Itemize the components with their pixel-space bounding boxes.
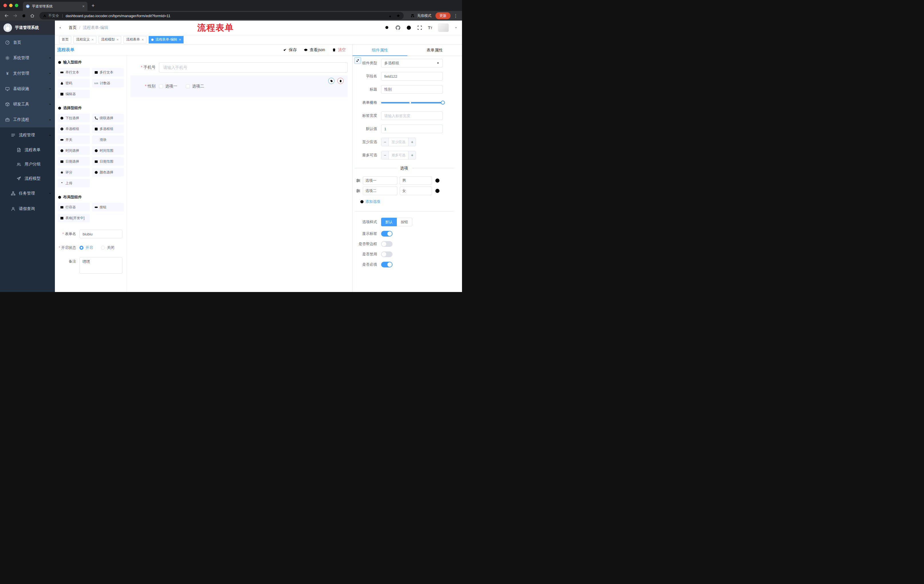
home-icon[interactable] bbox=[29, 12, 36, 20]
palette-item-table[interactable]: 表格[开发中] bbox=[58, 214, 90, 222]
title-input[interactable] bbox=[381, 85, 443, 94]
palette-item-switch[interactable]: 开关 bbox=[58, 135, 90, 144]
view-json-button[interactable]: 查看json bbox=[304, 48, 325, 53]
new-tab-button[interactable]: + bbox=[91, 3, 95, 8]
palette-item-rate[interactable]: 评分 bbox=[58, 168, 90, 176]
palette-item-slider[interactable]: 滑块 bbox=[92, 135, 124, 144]
phone-field[interactable]: 手机号 bbox=[130, 62, 348, 72]
required-switch[interactable] bbox=[381, 262, 393, 267]
drag-handle-icon[interactable] bbox=[356, 178, 361, 183]
search-icon[interactable] bbox=[384, 25, 390, 30]
phone-input[interactable] bbox=[159, 62, 348, 72]
logo[interactable]: 芋道管理系统 bbox=[0, 21, 55, 35]
window-close-button[interactable] bbox=[3, 4, 7, 7]
close-icon[interactable]: × bbox=[142, 38, 144, 42]
border-switch[interactable] bbox=[381, 241, 393, 247]
close-icon[interactable]: × bbox=[117, 38, 119, 42]
plus-button[interactable]: + bbox=[408, 138, 416, 146]
component-type-select[interactable]: 多选框组 bbox=[381, 59, 443, 67]
github-icon[interactable] bbox=[395, 25, 401, 30]
option-value-input[interactable] bbox=[400, 187, 432, 195]
default-value-input[interactable] bbox=[381, 125, 443, 133]
collapse-sidebar-icon[interactable] bbox=[59, 25, 64, 30]
minus-button[interactable]: − bbox=[381, 151, 389, 159]
checkbox-option-1[interactable]: 选项一 bbox=[159, 84, 177, 89]
sidebar-item-leave-query[interactable]: 请假查询 bbox=[0, 201, 55, 217]
palette-item-cascader[interactable]: 级联选择 bbox=[92, 114, 124, 122]
sidebar-item-workflow[interactable]: 工作流程 bbox=[0, 112, 55, 127]
plus-button[interactable]: + bbox=[408, 151, 416, 159]
delete-widget-button[interactable] bbox=[337, 78, 344, 84]
palette-item-checkbox-group[interactable]: 多选框组 bbox=[92, 125, 124, 133]
radio-open[interactable]: 开启 bbox=[79, 245, 93, 250]
sidebar-item-payment[interactable]: ¥ 支付管理 bbox=[0, 66, 55, 81]
link-button[interactable] bbox=[354, 57, 361, 64]
sidebar-item-infra[interactable]: 基础设施 bbox=[0, 81, 55, 97]
palette-item-time-range[interactable]: 时间范围 bbox=[92, 146, 124, 155]
remove-option-icon[interactable] bbox=[435, 188, 440, 193]
breadcrumb-home[interactable]: 首页 bbox=[69, 25, 77, 30]
palette-item-time-picker[interactable]: 时间选择 bbox=[58, 146, 90, 155]
grid-slider[interactable] bbox=[381, 98, 443, 107]
tab-component-props[interactable]: 组件属性 bbox=[353, 44, 408, 56]
sidebar-item-home[interactable]: 首页 bbox=[0, 35, 55, 50]
avatar-caret-icon[interactable] bbox=[455, 26, 457, 29]
checkbox-option-2[interactable]: 选项二 bbox=[186, 84, 204, 89]
back-icon[interactable] bbox=[3, 12, 10, 20]
radio-closed[interactable]: 关闭 bbox=[101, 245, 114, 250]
palette-item-color-picker[interactable]: 颜色选择 bbox=[92, 168, 124, 176]
drag-handle-icon[interactable] bbox=[356, 189, 361, 193]
palette-item-date-picker[interactable]: 日期选择 bbox=[58, 157, 90, 166]
tag-process-model[interactable]: 流程模型 × bbox=[99, 36, 122, 43]
form-remark-input[interactable]: 嘿嘿 bbox=[79, 257, 122, 274]
checkbox-box[interactable] bbox=[186, 84, 190, 88]
slider-track[interactable] bbox=[381, 102, 443, 104]
show-label-switch[interactable] bbox=[381, 231, 393, 237]
checkbox-box[interactable] bbox=[159, 84, 163, 88]
sidebar-item-process-form[interactable]: 流程表单 bbox=[0, 143, 55, 157]
bookmark-star-icon[interactable] bbox=[396, 14, 400, 18]
label-width-input[interactable] bbox=[381, 112, 443, 120]
tag-process-definition[interactable]: 流程定义 × bbox=[73, 36, 96, 43]
palette-item-multi-text[interactable]: 多行文本 bbox=[92, 68, 124, 77]
disabled-switch[interactable] bbox=[381, 252, 393, 257]
remove-option-icon[interactable] bbox=[435, 178, 440, 183]
font-size-icon[interactable]: TT bbox=[428, 25, 432, 30]
palette-item-date-range[interactable]: 日期范围 bbox=[92, 157, 124, 166]
forward-icon[interactable] bbox=[12, 12, 19, 20]
sidebar-item-system[interactable]: 系统管理 bbox=[0, 50, 55, 66]
sidebar-item-process-mgmt[interactable]: 流程管理 bbox=[0, 127, 55, 143]
key-icon[interactable] bbox=[389, 14, 393, 18]
palette-item-radio-group[interactable]: 单选框组 bbox=[58, 125, 90, 133]
option-label-input[interactable] bbox=[363, 176, 398, 185]
option-label-input[interactable] bbox=[363, 187, 398, 195]
palette-item-upload[interactable]: 上传 bbox=[58, 179, 90, 188]
style-default-button[interactable]: 默认 bbox=[381, 218, 397, 226]
palette-item-editor[interactable]: 编辑器 bbox=[58, 90, 90, 98]
min-select-value[interactable]: 至少应选 bbox=[389, 138, 408, 146]
gender-widget-selected[interactable]: 性别 选项一 选项二 bbox=[130, 76, 348, 97]
window-minimize-button[interactable] bbox=[9, 4, 13, 7]
help-icon[interactable] bbox=[406, 25, 411, 30]
style-button-button[interactable]: 按钮 bbox=[397, 218, 412, 226]
sidebar-item-devtools[interactable]: 研发工具 bbox=[0, 97, 55, 112]
minus-button[interactable]: − bbox=[381, 138, 389, 146]
palette-item-password[interactable]: 密码 bbox=[58, 79, 90, 87]
sidebar-item-user-group[interactable]: 用户分组 bbox=[0, 157, 55, 171]
copy-widget-button[interactable] bbox=[328, 78, 335, 84]
close-icon[interactable]: × bbox=[91, 38, 94, 42]
save-button[interactable]: 保存 bbox=[283, 48, 297, 53]
reload-icon[interactable] bbox=[20, 12, 28, 20]
field-name-input[interactable] bbox=[381, 72, 443, 81]
add-option-button[interactable]: 添加选项 bbox=[360, 199, 457, 204]
sidebar-item-process-model[interactable]: 流程模型 bbox=[0, 171, 55, 186]
user-avatar[interactable] bbox=[438, 23, 449, 32]
option-value-input[interactable] bbox=[400, 176, 432, 185]
clear-button[interactable]: 清空 bbox=[332, 48, 346, 53]
sidebar-item-task-mgmt[interactable]: 任务管理 bbox=[0, 186, 55, 201]
window-zoom-button[interactable] bbox=[15, 4, 18, 7]
tag-home[interactable]: 首页 bbox=[59, 36, 71, 43]
palette-item-single-text[interactable]: 单行文本 bbox=[58, 68, 90, 77]
tag-process-form[interactable]: 流程表单 × bbox=[124, 36, 146, 43]
tab-close-icon[interactable]: × bbox=[82, 4, 85, 8]
